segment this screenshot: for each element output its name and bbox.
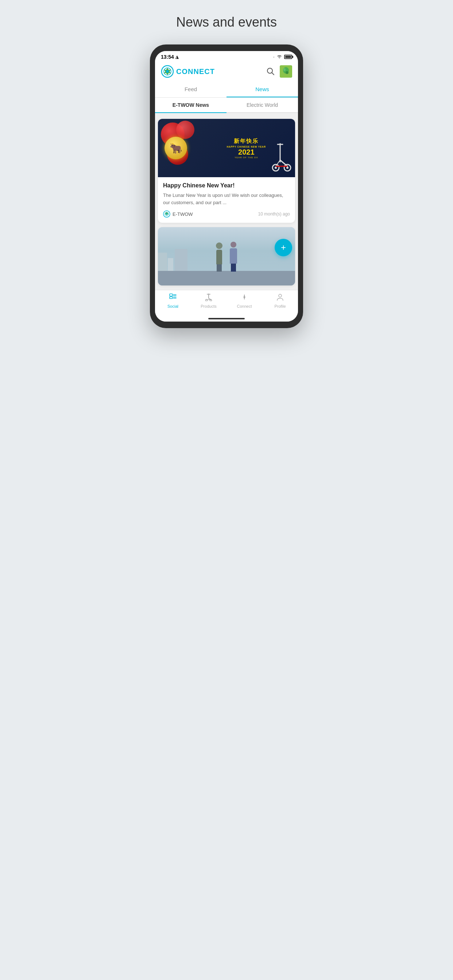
battery-icon — [284, 55, 292, 59]
status-time: 13:54 ◮ — [161, 54, 179, 60]
source-name: E-TWOW — [172, 212, 193, 217]
wifi-icon — [276, 54, 282, 60]
content-scroll: 🐂 新年快乐 HAPPY CHINESE NEW YEAR 2021 YEAR … — [155, 116, 298, 285]
home-indicator — [155, 316, 298, 321]
svg-rect-23 — [170, 297, 172, 299]
nav-label-profile: Profile — [274, 304, 286, 309]
sub-tabs: E-TWOW News Electric World — [155, 98, 298, 113]
svg-rect-22 — [170, 294, 172, 296]
page-wrapper: News and events 13:54 ◮ ● — [113, 0, 340, 350]
card-title-1: Happy Chinese New Year! — [163, 182, 290, 189]
card-time-1: 10 month(s) ago — [258, 212, 290, 216]
tab-news[interactable]: News — [226, 82, 298, 97]
products-icon — [205, 293, 213, 303]
app-header: CONNECT — [155, 61, 298, 82]
svg-point-8 — [286, 71, 289, 74]
connect-icon — [240, 293, 248, 303]
svg-point-15 — [274, 167, 277, 169]
svg-point-21 — [166, 213, 167, 215]
nav-item-social[interactable]: Social — [155, 293, 191, 309]
logo-icon — [161, 65, 174, 78]
nav-label-products: Products — [201, 304, 216, 309]
card-excerpt-1: The Lunar New Year is upon us! We wish o… — [163, 192, 290, 206]
sub-tab-etwow[interactable]: E-TWOW News — [155, 98, 226, 113]
svg-point-35 — [279, 294, 282, 297]
sub-tab-electric-world[interactable]: Electric World — [226, 98, 298, 112]
source-logo-icon — [163, 210, 170, 218]
nav-item-products[interactable]: Products — [191, 293, 226, 309]
svg-point-33 — [210, 299, 212, 301]
cny-english-text: HAPPY CHINESE NEW YEAR — [227, 145, 266, 148]
phone-device: 13:54 ◮ ● — [150, 45, 303, 328]
cny-chinese-text: 新年快乐 — [227, 138, 266, 145]
svg-point-32 — [206, 299, 207, 301]
header-actions — [265, 65, 292, 78]
profile-icon — [276, 293, 284, 303]
logo-text: CONNECT — [176, 67, 215, 76]
bottom-nav: Social Products — [155, 290, 298, 316]
tab-feed[interactable]: Feed — [155, 82, 226, 97]
card-body-1: Happy Chinese New Year! The Lunar New Ye… — [158, 177, 295, 223]
news-card-1[interactable]: 🐂 新年快乐 HAPPY CHINESE NEW YEAR 2021 YEAR … — [158, 119, 295, 223]
search-icon — [266, 67, 274, 75]
social-icon — [169, 293, 177, 303]
nav-item-profile[interactable]: Profile — [262, 293, 298, 309]
fab-button[interactable]: + — [274, 239, 292, 256]
page-title: News and events — [176, 14, 277, 30]
nav-label-connect: Connect — [237, 304, 252, 309]
news-card-2[interactable] — [158, 227, 295, 285]
nav-label-social: Social — [167, 304, 179, 309]
navigation-icon: ◮ — [175, 55, 179, 59]
phone-screen: 13:54 ◮ ● — [155, 51, 298, 321]
svg-line-11 — [280, 160, 287, 166]
cny-year: 2021 — [227, 148, 266, 156]
nav-item-connect[interactable]: Connect — [226, 293, 262, 309]
card-image-cny: 🐂 新年快乐 HAPPY CHINESE NEW YEAR 2021 YEAR … — [158, 119, 295, 177]
cny-subtext: YEAR OF THE OX — [227, 156, 266, 159]
avatar[interactable] — [280, 65, 292, 78]
status-icons: ● — [273, 54, 292, 60]
content-area: 🐂 新年快乐 HAPPY CHINESE NEW YEAR 2021 YEAR … — [155, 116, 298, 290]
card-meta-1: E-TWOW 10 month(s) ago — [163, 210, 290, 218]
card-image-photo — [158, 227, 295, 285]
dot-icon: ● — [273, 56, 274, 59]
main-tabs: Feed News — [155, 82, 298, 98]
status-bar: 13:54 ◮ ● — [155, 51, 298, 61]
home-bar — [208, 318, 245, 320]
svg-point-34 — [244, 296, 246, 298]
scooter-image — [268, 140, 292, 173]
svg-point-7 — [283, 68, 286, 71]
search-button[interactable] — [265, 66, 276, 77]
card-source: E-TWOW — [163, 210, 193, 218]
app-logo: CONNECT — [161, 65, 215, 78]
svg-point-16 — [286, 167, 289, 169]
svg-point-2 — [166, 70, 169, 73]
svg-line-4 — [272, 73, 274, 75]
